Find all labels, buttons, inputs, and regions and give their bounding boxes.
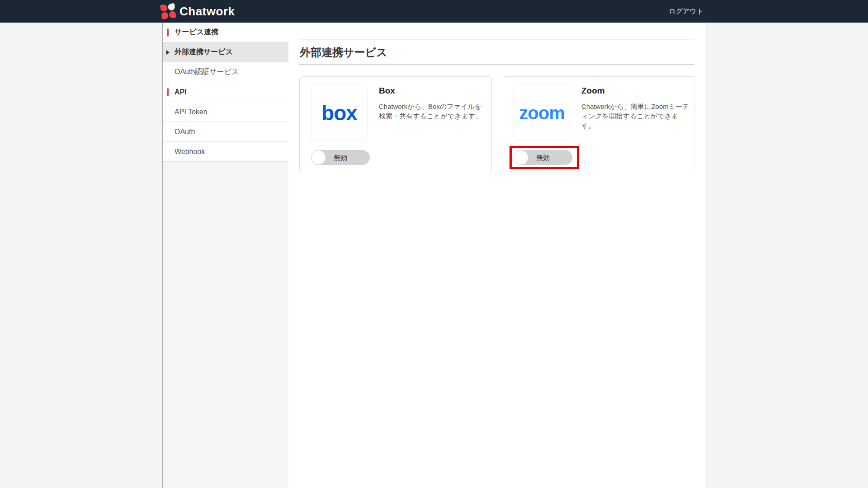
page-title: 外部連携サービス	[300, 46, 694, 59]
zoom-logo: zoom	[514, 84, 570, 141]
card-top: zoom Zoom Chatworkから、簡単にZoomミーティングを開始するこ…	[514, 84, 685, 141]
sidebar-item-oauth[interactable]: OAuth	[163, 122, 288, 142]
brand-name: Chatwork	[179, 5, 235, 19]
toggle-row: 無効	[514, 146, 685, 171]
zoom-logo-text: zoom	[519, 104, 564, 122]
sidebar-section-service-integration: サービス連携	[163, 23, 288, 42]
zoom-enable-toggle[interactable]: 無効	[514, 150, 572, 165]
sidebar-item-oauth-auth-services[interactable]: OAuth認証サービス	[163, 62, 288, 82]
toggle-row: 無効	[311, 150, 482, 165]
page-container: サービス連携 外部連携サービス OAuth認証サービス API API Toke…	[162, 23, 705, 488]
sidebar-item-label: Webhook	[175, 148, 205, 156]
sidebar-item-label: OAuth	[175, 128, 195, 136]
chatwork-flower-icon	[160, 3, 176, 19]
sidebar-item-external-services[interactable]: 外部連携サービス	[163, 42, 288, 62]
red-bar-icon	[167, 88, 169, 96]
card-title: Zoom	[581, 86, 690, 96]
petal-shape	[161, 12, 169, 19]
card-info: Box Chatworkから、Boxのファイルを検索・共有することができます。	[379, 84, 487, 141]
petal-shape	[168, 3, 175, 11]
sidebar-item-label: OAuth認証サービス	[175, 67, 239, 77]
sidebar-item-label: API	[175, 88, 187, 96]
sidebar-item-label: サービス連携	[175, 28, 218, 37]
sidebar-item-label: API Token	[175, 108, 208, 116]
card-description: Chatworkから、Boxのファイルを検索・共有することができます。	[379, 102, 487, 121]
sidebar-item-label: 外部連携サービス	[175, 47, 233, 57]
box-logo: box	[311, 84, 368, 141]
toggle-label: 無効	[311, 150, 370, 165]
sidebar-nav: サービス連携 外部連携サービス OAuth認証サービス API API Toke…	[163, 23, 288, 162]
header-inner: Chatwork ログアウト	[161, 0, 706, 23]
active-arrow-icon	[166, 50, 170, 55]
card-info: Zoom Chatworkから、簡単にZoomミーティングを開始することができま…	[581, 84, 690, 141]
chatwork-logo[interactable]: Chatwork	[161, 4, 235, 19]
title-divider	[299, 65, 694, 65]
service-card-list: box Box Chatworkから、Boxのファイルを検索・共有することができ…	[299, 76, 694, 172]
sidebar-item-api-token[interactable]: API Token	[163, 102, 288, 122]
card-top: box Box Chatworkから、Boxのファイルを検索・共有することができ…	[311, 84, 482, 141]
app-header: Chatwork ログアウト	[0, 0, 868, 23]
petal-shape	[160, 4, 168, 12]
card-description: Chatworkから、簡単にZoomミーティングを開始することができます。	[581, 102, 690, 130]
red-bar-icon	[167, 28, 169, 36]
toggle-label: 無効	[514, 150, 572, 165]
logout-button[interactable]: ログアウト	[669, 7, 703, 16]
box-logo-text: box	[321, 103, 357, 123]
settings-sidebar: サービス連携 外部連携サービス OAuth認証サービス API API Toke…	[163, 23, 288, 488]
sidebar-item-webhook[interactable]: Webhook	[163, 142, 288, 162]
top-divider	[299, 39, 694, 39]
main-content: 外部連携サービス box Box Chatworkから、Boxのファイルを検索・…	[288, 23, 705, 488]
card-title: Box	[379, 86, 487, 96]
sidebar-section-api: API	[163, 82, 288, 102]
service-card-box: box Box Chatworkから、Boxのファイルを検索・共有することができ…	[299, 76, 492, 172]
service-card-zoom: zoom Zoom Chatworkから、簡単にZoomミーティングを開始するこ…	[502, 76, 694, 172]
petal-shape	[169, 11, 176, 19]
box-enable-toggle[interactable]: 無効	[311, 150, 370, 165]
highlight-box: 無効	[509, 146, 579, 169]
